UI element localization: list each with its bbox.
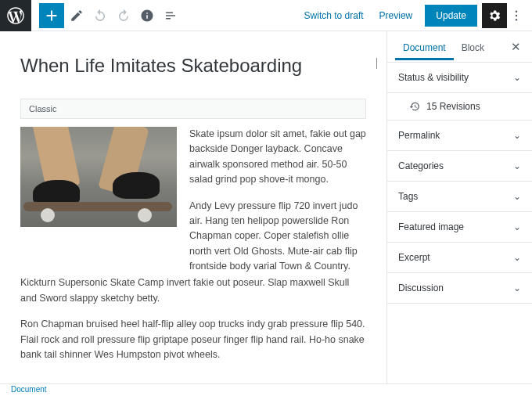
outline-icon[interactable] xyxy=(160,3,182,28)
chevron-down-icon: ⌄ xyxy=(513,130,521,141)
edit-mode-icon[interactable] xyxy=(66,3,88,28)
svg-point-1 xyxy=(516,14,517,16)
panel-discussion[interactable]: Discussion ⌄ xyxy=(387,273,532,304)
svg-point-2 xyxy=(516,19,517,20)
paragraph[interactable]: Ron Chapman bruised heel half-flip alley… xyxy=(20,317,366,362)
close-sidebar-icon[interactable]: ✕ xyxy=(508,37,524,57)
history-icon xyxy=(409,101,420,112)
update-button[interactable]: Update xyxy=(425,5,477,27)
chevron-down-icon: ⌄ xyxy=(513,252,521,263)
panel-permalink[interactable]: Permalink ⌄ xyxy=(387,121,532,151)
editor-canvas[interactable]: When Life Imitates Skateboarding Classic… xyxy=(0,31,386,383)
paragraph[interactable]: Kickturn Supersonic Skate Camp invert fa… xyxy=(20,275,366,306)
panel-categories[interactable]: Categories ⌄ xyxy=(387,151,532,182)
panel-label: Permalink xyxy=(398,130,440,141)
panel-revisions[interactable]: 15 Revisions xyxy=(387,93,532,121)
more-menu-icon[interactable] xyxy=(507,3,526,28)
panel-status-visibility[interactable]: Status & visibility ⌄ xyxy=(387,63,532,93)
chevron-down-icon: ⌄ xyxy=(513,191,521,202)
panel-excerpt[interactable]: Excerpt ⌄ xyxy=(387,243,532,273)
panel-label: Excerpt xyxy=(398,252,430,263)
revisions-label: 15 Revisions xyxy=(426,101,480,112)
tab-block[interactable]: Block xyxy=(454,34,492,60)
settings-button[interactable] xyxy=(482,3,507,28)
panel-tags[interactable]: Tags ⌄ xyxy=(387,182,532,212)
panel-label: Tags xyxy=(398,191,418,202)
text-caret xyxy=(376,58,377,69)
panel-label: Featured image xyxy=(398,221,464,232)
classic-block-label[interactable]: Classic xyxy=(20,99,366,119)
chevron-down-icon: ⌄ xyxy=(513,72,521,83)
sidebar-tabs: Document Block ✕ xyxy=(387,31,532,63)
redo-icon[interactable] xyxy=(113,3,135,28)
settings-sidebar: Document Block ✕ Status & visibility ⌄ 1… xyxy=(386,31,532,383)
paragraph[interactable]: Skate ipsum dolor sit amet, fakie out ga… xyxy=(189,127,366,188)
switch-to-draft-link[interactable]: Switch to draft xyxy=(297,5,372,26)
svg-point-0 xyxy=(516,10,517,12)
panel-label: Categories xyxy=(398,160,444,171)
add-block-button[interactable] xyxy=(39,3,64,28)
panel-featured-image[interactable]: Featured image ⌄ xyxy=(387,212,532,243)
info-icon[interactable] xyxy=(136,3,158,28)
preview-link[interactable]: Preview xyxy=(372,5,421,26)
panel-label: Discussion xyxy=(398,283,444,293)
paragraph[interactable]: Andy Levy pressure flip 720 invert judo … xyxy=(189,199,366,275)
breadcrumb[interactable]: Document xyxy=(11,385,47,394)
toolbar: Switch to draft Preview Update xyxy=(0,0,532,31)
breadcrumb-bar: Document xyxy=(0,383,532,396)
post-title[interactable]: When Life Imitates Skateboarding xyxy=(20,55,366,77)
wordpress-logo[interactable] xyxy=(0,0,31,31)
tab-document[interactable]: Document xyxy=(395,34,454,60)
chevron-down-icon: ⌄ xyxy=(513,160,521,171)
featured-image-thumb[interactable] xyxy=(20,127,177,227)
undo-icon[interactable] xyxy=(89,3,111,28)
chevron-down-icon: ⌄ xyxy=(513,283,521,293)
panel-label: Status & visibility xyxy=(398,72,469,83)
chevron-down-icon: ⌄ xyxy=(513,221,521,232)
classic-block-content[interactable]: Skate ipsum dolor sit amet, fakie out ga… xyxy=(20,127,366,274)
